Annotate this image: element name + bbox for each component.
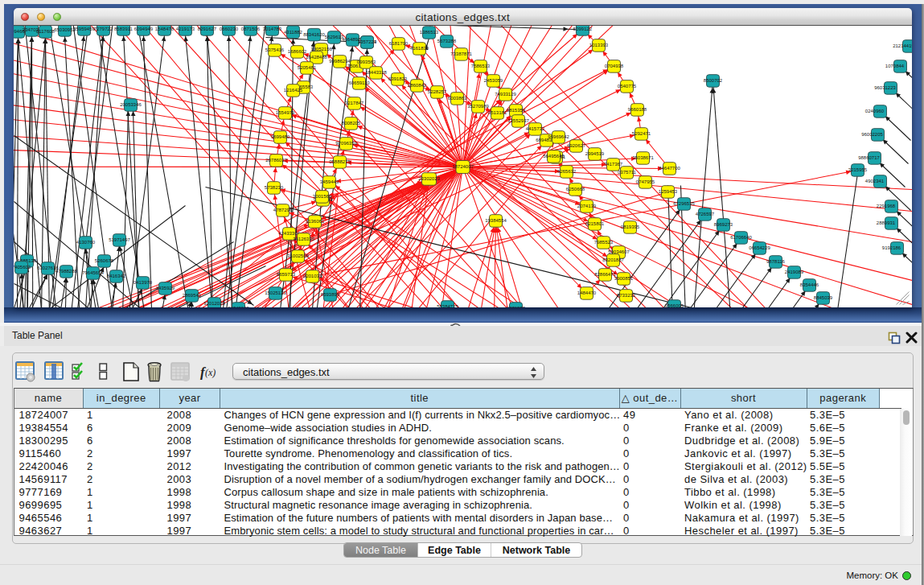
- svg-text:0240960: 0240960: [864, 109, 884, 113]
- svg-text:6181790: 6181790: [388, 41, 408, 46]
- svg-text:0819395: 0819395: [620, 225, 639, 229]
- svg-text:7586513: 7586513: [470, 64, 490, 68]
- svg-text:6003863: 6003863: [447, 96, 466, 101]
- svg-text:5099122: 5099122: [573, 27, 592, 31]
- svg-text:47988288: 47988288: [55, 269, 77, 274]
- svg-text:2074139: 2074139: [577, 204, 596, 208]
- svg-text:61706640: 61706640: [730, 235, 752, 240]
- svg-text:4920627: 4920627: [566, 143, 585, 148]
- svg-text:96002205: 96002205: [861, 132, 883, 137]
- svg-text:3014783: 3014783: [262, 27, 281, 31]
- svg-text:2419089: 2419089: [784, 270, 803, 274]
- svg-text:3459443: 3459443: [319, 179, 339, 184]
- svg-text:8733232: 8733232: [616, 293, 635, 298]
- svg-text:0513181: 0513181: [487, 110, 507, 115]
- svg-text:6391823: 6391823: [388, 76, 407, 81]
- svg-text:8845039: 8845039: [813, 295, 832, 300]
- svg-text:6593896: 6593896: [320, 292, 339, 297]
- svg-text:1686602: 1686602: [287, 49, 306, 54]
- svg-text:4415732: 4415732: [525, 126, 544, 131]
- svg-text:4787296: 4787296: [273, 208, 292, 212]
- svg-text:5375416: 5375416: [265, 47, 284, 52]
- svg-text:88341620: 88341620: [303, 32, 325, 37]
- svg-text:15025123: 15025123: [265, 290, 286, 295]
- svg-text:36126330: 36126330: [293, 237, 314, 241]
- svg-text:5205481: 5205481: [297, 65, 316, 70]
- svg-text:6265632: 6265632: [556, 169, 576, 174]
- svg-text:7279722: 7279722: [93, 27, 113, 31]
- svg-text:4130760: 4130760: [76, 240, 95, 245]
- svg-text:1070844: 1070844: [885, 64, 904, 68]
- svg-text:35959459: 35959459: [73, 27, 95, 31]
- svg-text:18443328: 18443328: [365, 70, 387, 75]
- svg-text:73387871: 73387871: [450, 51, 472, 56]
- svg-text:92012029: 92012029: [203, 301, 225, 306]
- svg-text:6094949: 6094949: [133, 27, 153, 31]
- svg-text:9699480: 9699480: [270, 134, 290, 139]
- svg-text:5260678: 5260678: [94, 258, 113, 263]
- svg-text:8008205: 8008205: [341, 121, 360, 126]
- svg-text:20053346: 20053346: [120, 102, 142, 107]
- svg-text:0117608: 0117608: [36, 29, 55, 34]
- svg-text:98860717: 98860717: [858, 155, 880, 160]
- svg-text:79645654: 79645654: [82, 270, 104, 275]
- svg-text:7405602: 7405602: [14, 265, 31, 270]
- svg-text:0747955: 0747955: [635, 179, 655, 184]
- svg-text:3566005: 3566005: [664, 303, 684, 307]
- svg-text:2889931: 2889931: [876, 220, 895, 225]
- svg-text:5738230: 5738230: [264, 185, 283, 190]
- svg-text:6215801: 6215801: [585, 221, 604, 226]
- svg-text:26428488: 26428488: [306, 55, 327, 60]
- svg-text:74933129: 74933129: [495, 92, 516, 97]
- svg-text:8354446: 8354446: [799, 282, 819, 287]
- svg-text:4902341: 4902341: [864, 179, 884, 183]
- svg-text:05888275: 05888275: [329, 159, 351, 164]
- svg-text:1259453: 1259453: [658, 189, 677, 194]
- svg-text:56495645: 56495645: [543, 154, 565, 159]
- svg-text:35038671: 35038671: [632, 155, 654, 160]
- svg-text:0993563: 0993563: [356, 60, 376, 64]
- svg-text:3217847: 3217847: [344, 101, 363, 105]
- svg-text:1554979: 1554979: [275, 110, 294, 115]
- svg-text:2869541: 2869541: [182, 293, 201, 298]
- svg-text:96969642: 96969642: [548, 134, 569, 139]
- svg-text:21214419: 21214419: [893, 43, 912, 48]
- svg-text:82866471: 82866471: [594, 272, 616, 277]
- svg-text:6815359: 6815359: [506, 108, 525, 113]
- svg-text:4311882: 4311882: [284, 29, 303, 34]
- svg-text:(x): (x): [205, 367, 216, 378]
- svg-text:3215955: 3215955: [848, 167, 867, 172]
- svg-text:5673288: 5673288: [437, 39, 456, 43]
- svg-text:3900851: 3900851: [614, 276, 633, 281]
- svg-text:18724007: 18724007: [452, 164, 474, 169]
- svg-text:24749009: 24749009: [228, 306, 249, 307]
- svg-text:20786027: 20786027: [265, 158, 287, 163]
- svg-text:58384725: 58384725: [437, 304, 458, 307]
- svg-text:0375711: 0375711: [618, 170, 637, 175]
- svg-text:2291968: 2291968: [876, 204, 895, 208]
- svg-text:51971497: 51971497: [109, 237, 130, 242]
- svg-text:4726597: 4726597: [695, 212, 714, 216]
- svg-text:8969273: 8969273: [713, 222, 733, 227]
- svg-text:83201887: 83201887: [602, 257, 624, 262]
- svg-text:97096359: 97096359: [335, 141, 357, 146]
- svg-text:7417367: 7417367: [603, 162, 622, 167]
- svg-text:3136061: 3136061: [305, 219, 324, 224]
- svg-text:1013393: 1013393: [589, 43, 608, 47]
- svg-text:9660188: 9660188: [627, 107, 647, 112]
- svg-text:9192186: 9192186: [881, 245, 901, 250]
- svg-text:4076538: 4076538: [506, 306, 525, 307]
- svg-text:31002509: 31002509: [287, 253, 309, 258]
- svg-text:13552937: 13552937: [507, 118, 529, 123]
- svg-text:3001569: 3001569: [312, 194, 331, 199]
- svg-text:7985523: 7985523: [593, 240, 613, 245]
- svg-text:0540775: 0540775: [617, 84, 636, 89]
- svg-text:2453059: 2453059: [483, 78, 503, 83]
- svg-text:8583911: 8583911: [114, 27, 133, 31]
- svg-text:8500702: 8500702: [703, 78, 722, 83]
- svg-text:1435929: 1435929: [155, 286, 175, 290]
- svg-text:0413970: 0413970: [133, 280, 152, 285]
- svg-text:5228257: 5228257: [427, 89, 446, 94]
- svg-text:0660230: 0660230: [219, 27, 238, 31]
- svg-text:23302023: 23302023: [418, 176, 440, 181]
